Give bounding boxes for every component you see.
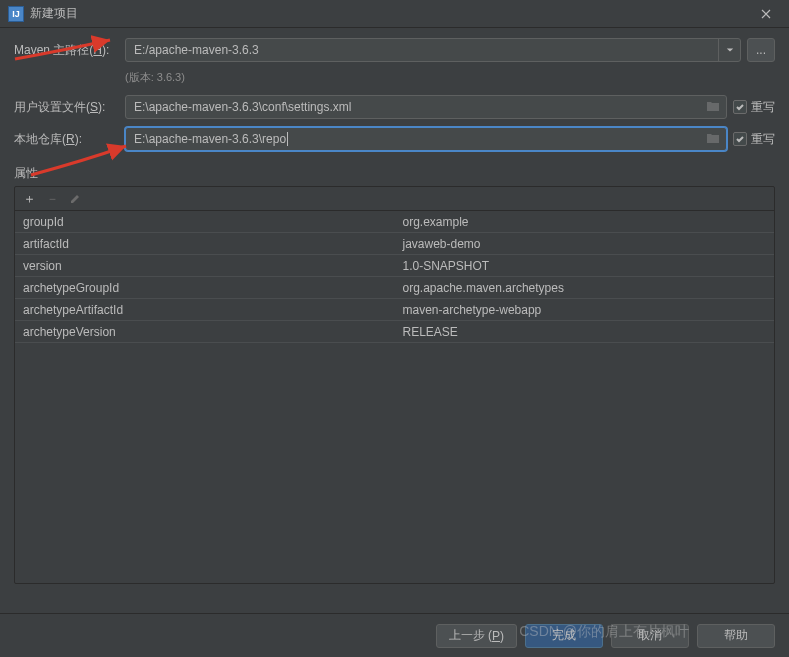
table-row[interactable]: archetypeVersionRELEASE: [15, 321, 774, 343]
folder-icon[interactable]: [706, 100, 720, 115]
override-user-settings-checkbox[interactable]: 重写: [733, 99, 775, 116]
local-repo-input[interactable]: E:\apache-maven-3.6.3\repo: [125, 127, 727, 151]
app-icon: IJ: [8, 6, 24, 22]
user-settings-label: 用户设置文件(S):: [14, 99, 119, 116]
user-settings-input[interactable]: E:\apache-maven-3.6.3\conf\settings.xml: [125, 95, 727, 119]
maven-home-combo[interactable]: E:/apache-maven-3.6.3: [125, 38, 741, 62]
properties-panel: ＋ － groupIdorg.exampleartifactIdjavaweb-…: [14, 186, 775, 584]
edit-icon: [69, 193, 81, 205]
property-value: 1.0-SNAPSHOT: [395, 259, 775, 273]
table-row[interactable]: groupIdorg.example: [15, 211, 774, 233]
finish-button[interactable]: 完成: [525, 624, 603, 648]
properties-section-label: 属性: [14, 165, 775, 182]
property-key: archetypeArtifactId: [15, 303, 395, 317]
remove-icon: －: [46, 190, 59, 208]
window-title: 新建项目: [30, 5, 751, 22]
property-key: archetypeGroupId: [15, 281, 395, 295]
property-value: org.example: [395, 215, 775, 229]
property-value: RELEASE: [395, 325, 775, 339]
dialog-footer: 上一步 (P) 完成 取消 帮助: [0, 613, 789, 657]
close-button[interactable]: [751, 4, 781, 24]
property-key: groupId: [15, 215, 395, 229]
cancel-button[interactable]: 取消: [611, 624, 689, 648]
user-settings-row: 用户设置文件(S): E:\apache-maven-3.6.3\conf\se…: [14, 95, 775, 119]
help-button[interactable]: 帮助: [697, 624, 775, 648]
table-row[interactable]: archetypeGroupIdorg.apache.maven.archety…: [15, 277, 774, 299]
maven-home-row: Maven 主路径(H): E:/apache-maven-3.6.3 ...: [14, 38, 775, 62]
properties-toolbar: ＋ －: [15, 187, 774, 211]
table-row[interactable]: artifactIdjavaweb-demo: [15, 233, 774, 255]
local-repo-label: 本地仓库(R):: [14, 131, 119, 148]
maven-home-value: E:/apache-maven-3.6.3: [134, 43, 259, 57]
override-local-repo-checkbox[interactable]: 重写: [733, 131, 775, 148]
dialog-content: Maven 主路径(H): E:/apache-maven-3.6.3 ... …: [0, 28, 789, 584]
property-key: version: [15, 259, 395, 273]
property-key: archetypeVersion: [15, 325, 395, 339]
previous-button[interactable]: 上一步 (P): [436, 624, 517, 648]
add-icon[interactable]: ＋: [23, 190, 36, 208]
property-value: maven-archetype-webapp: [395, 303, 775, 317]
property-value: org.apache.maven.archetypes: [395, 281, 775, 295]
browse-maven-home-button[interactable]: ...: [747, 38, 775, 62]
titlebar: IJ 新建项目: [0, 0, 789, 28]
maven-version-hint: (版本: 3.6.3): [125, 70, 775, 85]
local-repo-row: 本地仓库(R): E:\apache-maven-3.6.3\repo 重写: [14, 127, 775, 151]
maven-home-label: Maven 主路径(H):: [14, 42, 119, 59]
text-caret: [287, 132, 288, 146]
table-row[interactable]: archetypeArtifactIdmaven-archetype-webap…: [15, 299, 774, 321]
chevron-down-icon[interactable]: [718, 39, 740, 61]
folder-icon[interactable]: [706, 132, 720, 147]
property-key: artifactId: [15, 237, 395, 251]
properties-table[interactable]: groupIdorg.exampleartifactIdjavaweb-demo…: [15, 211, 774, 583]
table-row[interactable]: version1.0-SNAPSHOT: [15, 255, 774, 277]
property-value: javaweb-demo: [395, 237, 775, 251]
